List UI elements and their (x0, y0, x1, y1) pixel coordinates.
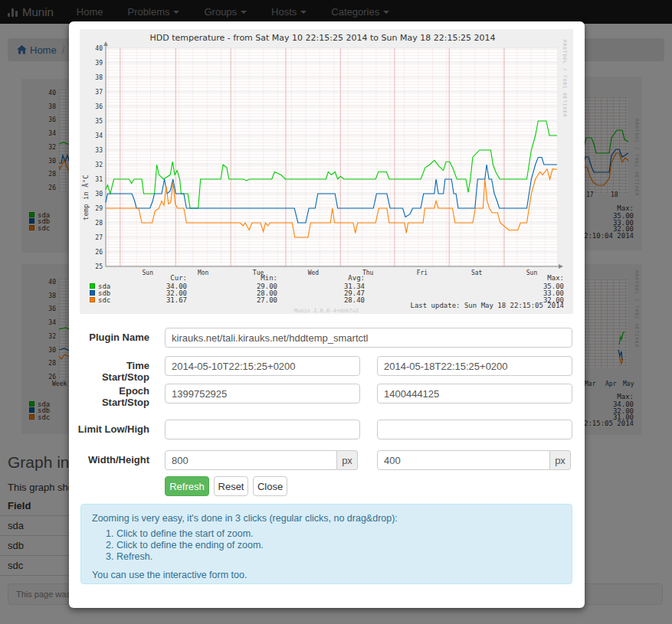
zoom-help-box: Zooming is very easy, it's done in 3 cli… (80, 504, 572, 584)
epoch-startstop-label: Epoch Start/Stop (77, 385, 149, 408)
plugin-name-input[interactable] (165, 328, 572, 348)
widthheight-label: Width/Height (77, 454, 149, 466)
legend-swatch-sdb (90, 290, 95, 296)
width-input[interactable] (165, 450, 337, 470)
stat-value: 28.40 (296, 296, 365, 304)
stat-value: 31.67 (118, 296, 187, 304)
zoom-help-outro: You can use the interactive form too. (92, 570, 561, 580)
reset-button[interactable]: Reset (214, 476, 248, 496)
graph-legend-stats: Cur:Min:Avg:Max:sda34.0029.0031.3435.00s… (80, 29, 573, 314)
limit-lowhigh-label: Limit Low/High (77, 423, 149, 435)
plugin-name-label: Plugin Name (77, 332, 149, 343)
time-stop-input[interactable] (377, 356, 572, 376)
width-unit-addon: px (337, 450, 358, 470)
refresh-button[interactable]: Refresh (165, 476, 209, 496)
stats-column-header: Min: (208, 274, 277, 282)
epoch-start-input[interactable] (165, 384, 360, 403)
time-start-input[interactable] (165, 356, 360, 376)
limit-high-input[interactable] (377, 420, 572, 439)
zoom-help-step: Click to define the ending of zoom. (116, 540, 561, 550)
epoch-stop-input[interactable] (377, 384, 572, 403)
zoom-help-intro: Zooming is very easy, it's done in 3 cli… (92, 513, 561, 524)
zoom-help-step: Refresh. (116, 551, 561, 562)
zoom-dialog: HDD temperature - from Sat May 10 22:15:… (69, 21, 585, 608)
zoom-help-step: Click to define the start of zoom. (116, 528, 561, 539)
time-startstop-label: Time Start/Stop (77, 360, 149, 383)
legend-swatch-sda (90, 283, 95, 289)
stats-column-header: Cur: (118, 274, 187, 282)
munin-version-watermark: Munin 2.0.6-4+deb7u2 (80, 308, 573, 314)
zoom-help-steps: Click to define the start of zoom.Click … (92, 528, 561, 562)
legend-swatch-sdc (90, 297, 95, 302)
hdd-temperature-graph[interactable]: HDD temperature - from Sat May 10 22:15:… (80, 29, 573, 314)
rrdtool-credit: RRDTOOL / TOBI OETIKER (562, 40, 568, 117)
height-unit-addon: px (550, 450, 571, 470)
stat-value: 27.00 (208, 296, 277, 304)
height-input[interactable] (377, 450, 550, 470)
limit-low-input[interactable] (165, 420, 360, 439)
close-button[interactable]: Close (253, 476, 287, 496)
legend-label-sdc: sdc (98, 296, 110, 304)
stats-column-header: Max: (495, 274, 564, 282)
stats-column-header: Avg: (296, 274, 365, 282)
